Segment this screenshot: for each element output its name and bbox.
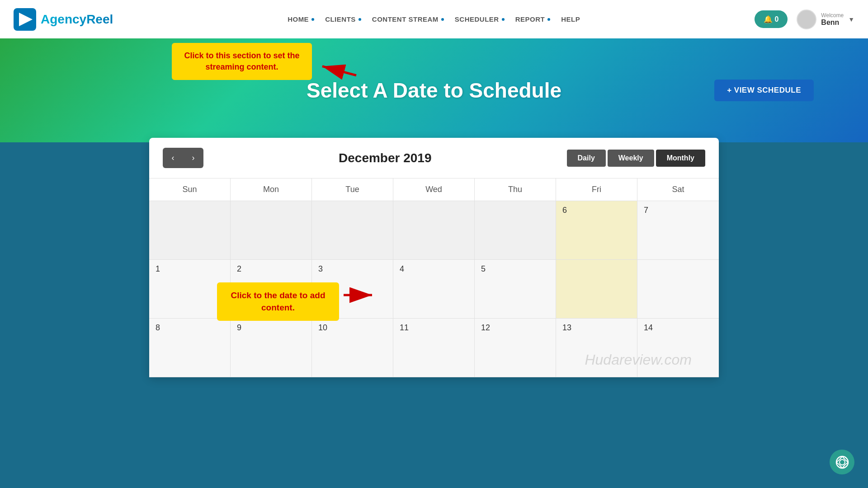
nav-content-stream[interactable]: CONTENT STREAM: [368, 13, 448, 25]
table-row[interactable]: [637, 260, 719, 319]
notification-button[interactable]: 🔔 0: [755, 10, 788, 28]
nav-dot: [359, 18, 361, 21]
monthly-view-button[interactable]: Monthly: [656, 150, 705, 167]
user-area[interactable]: Welcome Benn ▼: [797, 9, 854, 29]
weekly-view-button[interactable]: Weekly: [608, 150, 654, 167]
calendar: ‹ › December 2019 Daily Weekly Monthly S…: [149, 138, 719, 377]
header: AgencyReel HOME CLIENTS CONTENT STREAM S…: [0, 0, 868, 38]
nav-home[interactable]: HOME: [284, 13, 318, 25]
table-row[interactable]: 5: [475, 260, 556, 319]
table-row[interactable]: 6: [556, 201, 637, 260]
table-row[interactable]: [393, 201, 475, 260]
view-buttons: Daily Weekly Monthly: [567, 150, 705, 167]
user-welcome-label: Welcome: [821, 12, 844, 19]
banner: Click to this section to set the streami…: [0, 38, 868, 142]
nav-dot: [547, 18, 550, 21]
table-row[interactable]: 13: [556, 319, 637, 377]
table-row[interactable]: [475, 201, 556, 260]
day-wed: Wed: [393, 178, 475, 201]
table-row[interactable]: [231, 201, 312, 260]
table-row[interactable]: [556, 260, 637, 319]
logo-text: AgencyReel: [41, 12, 113, 27]
nav-dot: [311, 18, 314, 21]
day-sat: Sat: [637, 178, 719, 201]
table-row[interactable]: 4: [393, 260, 475, 319]
table-row[interactable]: 14: [637, 319, 719, 377]
user-name-label: Benn: [821, 19, 844, 27]
nav-report[interactable]: REPORT: [512, 13, 554, 25]
svg-point-7: [840, 460, 845, 465]
logo[interactable]: AgencyReel: [14, 8, 113, 31]
nav-help[interactable]: HELP: [557, 13, 584, 25]
view-schedule-button[interactable]: + VIEW SCHEDULE: [714, 80, 814, 101]
tooltip-content-stream: Click to this section to set the streami…: [172, 43, 312, 80]
day-mon: Mon: [231, 178, 312, 201]
table-row[interactable]: 8: [149, 319, 231, 377]
header-right: 🔔 0 Welcome Benn ▼: [755, 9, 854, 29]
table-row[interactable]: [149, 201, 231, 260]
day-thu: Thu: [475, 178, 556, 201]
table-row[interactable]: 11: [393, 319, 475, 377]
day-tue: Tue: [312, 178, 393, 201]
user-info: Welcome Benn: [821, 12, 844, 27]
nav-scheduler[interactable]: SCHEDULER: [451, 13, 508, 25]
calendar-month-title: December 2019: [339, 151, 431, 165]
nav-dot: [502, 18, 505, 21]
table-row[interactable]: 10: [312, 319, 393, 377]
table-row[interactable]: 9: [231, 319, 312, 377]
calendar-days-header: Sun Mon Tue Wed Thu Fri Sat: [149, 178, 719, 201]
support-icon: [835, 455, 849, 469]
next-month-button[interactable]: ›: [183, 148, 203, 168]
calendar-header: ‹ › December 2019 Daily Weekly Monthly: [149, 138, 719, 178]
svg-point-6: [836, 456, 848, 468]
tooltip-date-click: Click to the date to add content.: [217, 282, 339, 321]
day-fri: Fri: [556, 178, 637, 201]
chevron-down-icon: ▼: [848, 16, 854, 23]
svg-line-3: [322, 54, 356, 88]
prev-month-button[interactable]: ‹: [163, 148, 183, 168]
day-sun: Sun: [149, 178, 231, 201]
nav-clients[interactable]: CLIENTS: [321, 13, 365, 25]
table-row[interactable]: 12: [475, 319, 556, 377]
table-row[interactable]: 7: [637, 201, 719, 260]
arrow-to-date-icon: [341, 282, 377, 314]
main-nav: HOME CLIENTS CONTENT STREAM SCHEDULER RE…: [284, 13, 584, 25]
daily-view-button[interactable]: Daily: [567, 150, 606, 167]
logo-icon: [14, 8, 36, 31]
table-row[interactable]: [312, 201, 393, 260]
avatar: [797, 9, 816, 29]
calendar-nav-arrows: ‹ ›: [163, 148, 203, 168]
support-button[interactable]: [830, 450, 854, 474]
nav-dot: [441, 18, 444, 21]
